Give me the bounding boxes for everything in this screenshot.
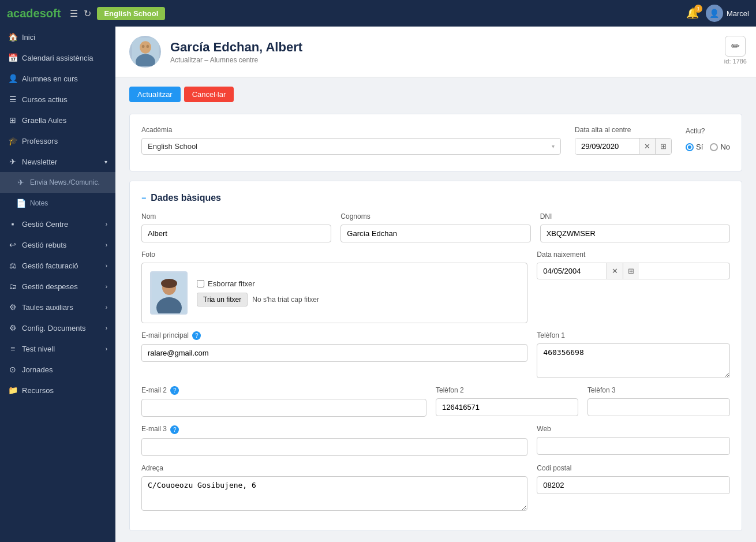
date-naix-clear-button[interactable]: ✕ — [607, 263, 623, 279]
cognoms-input[interactable] — [340, 225, 530, 242]
foto-preview — [150, 271, 188, 315]
section-header-dades[interactable]: − Dades bàsiques — [141, 193, 730, 203]
date-clear-button[interactable]: ✕ — [639, 139, 655, 154]
dni-input[interactable] — [540, 225, 730, 242]
user-icon: 👤 — [8, 74, 17, 83]
sidebar-item-label: Cursos actius — [22, 95, 68, 104]
sidebar-item-envia[interactable]: ✈ Envia News./Comunic. — [0, 172, 115, 193]
user-menu[interactable]: 👤 Marcel — [706, 5, 749, 22]
chevron-down-icon: ▾ — [104, 159, 107, 165]
sidebar-item-gestio-facturacio[interactable]: ⚖ Gestió facturació › — [0, 255, 115, 276]
foto-field-group: Foto — [141, 251, 527, 323]
sidebar-item-alumnes[interactable]: 👤 Alumnes en curs — [0, 68, 115, 89]
no-triat-label: No s'ha triat cap fitxer — [252, 296, 319, 304]
data-alta-input[interactable] — [575, 139, 639, 154]
sidebar-item-professors[interactable]: 🎓 Professors — [0, 130, 115, 151]
student-info: García Edchan, Albert Actualitzar – Alum… — [170, 40, 742, 64]
chevron-right-icon-4: › — [106, 283, 107, 290]
date-naix-calendar-button[interactable]: ⊞ — [623, 263, 639, 279]
tel1-label: Telèfon 1 — [537, 331, 730, 339]
foto-section: Esborrar fitxer Tria un fitxer No s'ha t… — [141, 263, 527, 323]
web-field-group: Web — [537, 425, 730, 455]
menu-icon[interactable]: ☰ — [70, 8, 78, 19]
tel3-input[interactable] — [587, 398, 730, 416]
adreca-codi-row: Adreça C/Couoeozu Gosibujene, 6 Codi pos… — [141, 464, 730, 511]
esborrar-checkbox[interactable] — [197, 280, 204, 287]
email2-help-icon[interactable]: ? — [170, 386, 179, 395]
actiu-si-option[interactable]: Sí — [686, 143, 703, 151]
actiu-no-option[interactable]: No — [710, 143, 730, 151]
sidebar-item-test-nivell[interactable]: ≡ Test nivell › — [0, 338, 115, 359]
sidebar-item-recursos[interactable]: 📁 Recursos — [0, 380, 115, 401]
sidebar-item-gestio-despeses[interactable]: 🗂 Gestió despeses › — [0, 276, 115, 297]
logo-prefix: acade — [7, 7, 40, 20]
email1-help-icon[interactable]: ? — [192, 331, 201, 340]
main-content: García Edchan, Albert Actualitzar – Alum… — [115, 27, 756, 542]
data-naix-field-group: Data naixement ✕ ⊞ — [537, 251, 730, 323]
date-calendar-button[interactable]: ⊞ — [655, 139, 671, 154]
gestio-centre-icon: ▪ — [8, 219, 17, 229]
sidebar-item-newsletter[interactable]: ✈ Newsletter ▾ — [0, 151, 115, 172]
academia-label: Acadèmia — [141, 126, 561, 134]
page-header: García Edchan, Albert Actualitzar – Alum… — [115, 27, 756, 77]
data-naix-input-wrap: ✕ ⊞ — [537, 263, 730, 279]
email3-web-row: E-mail 3 ? Web — [141, 425, 730, 455]
sidebar-item-cursos[interactable]: ☰ Cursos actius — [0, 89, 115, 110]
sidebar-item-taules[interactable]: ⚙ Taules auxiliars › — [0, 297, 115, 317]
sidebar-item-calendari[interactable]: 📅 Calendari assistència — [0, 47, 115, 68]
chevron-right-icon-2: › — [106, 242, 107, 248]
bell-button[interactable]: 🔔 1 — [686, 7, 699, 20]
refresh-icon[interactable]: ↻ — [84, 8, 91, 19]
envia-icon: ✈ — [16, 178, 25, 187]
adreca-textarea[interactable]: C/Couoeozu Gosibujene, 6 — [141, 476, 527, 511]
sidebar-item-inici[interactable]: 🏠 Inici — [0, 27, 115, 47]
actiu-no-label: No — [720, 143, 730, 151]
logo-suffix: soft — [40, 7, 61, 20]
nom-input[interactable] — [141, 225, 331, 242]
chevron-right-icon-7: › — [106, 346, 107, 352]
email3-help-icon[interactable]: ? — [170, 425, 179, 434]
email1-tel1-row: E-mail principal ? Telèfon 1 460356698 — [141, 331, 730, 378]
sidebar-item-label: Envia News./Comunic. — [30, 178, 100, 186]
esborrar-checkbox-label[interactable]: Esborrar fitxer — [197, 279, 319, 288]
data-naix-input[interactable] — [537, 263, 607, 279]
email1-input[interactable] — [141, 344, 527, 362]
bell-badge: 1 — [694, 5, 702, 13]
svg-point-8 — [161, 279, 177, 288]
sidebar-item-config-docs[interactable]: ⚙ Config. Documents › — [0, 317, 115, 338]
dni-label: DNI — [540, 212, 730, 220]
sidebar-item-label: Professors — [22, 137, 58, 145]
codi-postal-input[interactable] — [537, 476, 730, 494]
academia-select[interactable]: English School ▾ — [141, 138, 561, 155]
sidebar-item-graella[interactable]: ⊞ Graella Aules — [0, 110, 115, 130]
actualitzar-button[interactable]: Actualitzar — [129, 87, 181, 102]
edit-icon[interactable]: ✏ — [725, 36, 746, 57]
academia-value: English School — [148, 142, 197, 151]
tel2-input[interactable] — [436, 398, 578, 416]
actiu-field-group: Actiu? Sí No — [686, 127, 730, 155]
top-fields-row: Acadèmia English School ▾ Data alta al c… — [141, 126, 730, 155]
adreca-field-group: Adreça C/Couoeozu Gosibujene, 6 — [141, 464, 527, 511]
cognoms-label: Cognoms — [340, 212, 530, 220]
sidebar-item-gestio-centre[interactable]: ▪ Gestió Centre › — [0, 214, 115, 234]
tria-fitxer-button[interactable]: Tria un fitxer — [197, 293, 248, 306]
email3-input[interactable] — [141, 438, 527, 456]
sidebar-item-gestio-rebuts[interactable]: ↩ Gestió rebuts › — [0, 234, 115, 255]
web-input[interactable] — [537, 437, 730, 455]
sidebar-item-jornades[interactable]: ⊙ Jornades — [0, 359, 115, 380]
sidebar-item-label: Config. Documents — [22, 324, 86, 332]
cancellar-button[interactable]: Cancel·lar — [184, 87, 234, 102]
page-id-section: ✏ id: 1786 — [724, 36, 747, 65]
foto-label: Foto — [141, 251, 527, 259]
foto-file-row: Tria un fitxer No s'ha triat cap fitxer — [197, 293, 319, 306]
email2-input[interactable] — [141, 399, 426, 417]
top-fields-card: Acadèmia English School ▾ Data alta al c… — [129, 114, 742, 171]
action-buttons: Actualitzar Cancel·lar — [129, 87, 742, 102]
sidebar-item-label: Test nivell — [22, 345, 55, 353]
cognoms-field-group: Cognoms — [340, 212, 530, 242]
sidebar-item-notes[interactable]: 📄 Notes — [0, 193, 115, 214]
data-alta-field-group: Data alta al centre ✕ ⊞ — [575, 126, 672, 155]
school-badge[interactable]: English School — [97, 7, 165, 20]
tel1-textarea[interactable]: 460356698 — [537, 343, 730, 378]
sidebar-item-label: Graella Aules — [22, 116, 66, 125]
